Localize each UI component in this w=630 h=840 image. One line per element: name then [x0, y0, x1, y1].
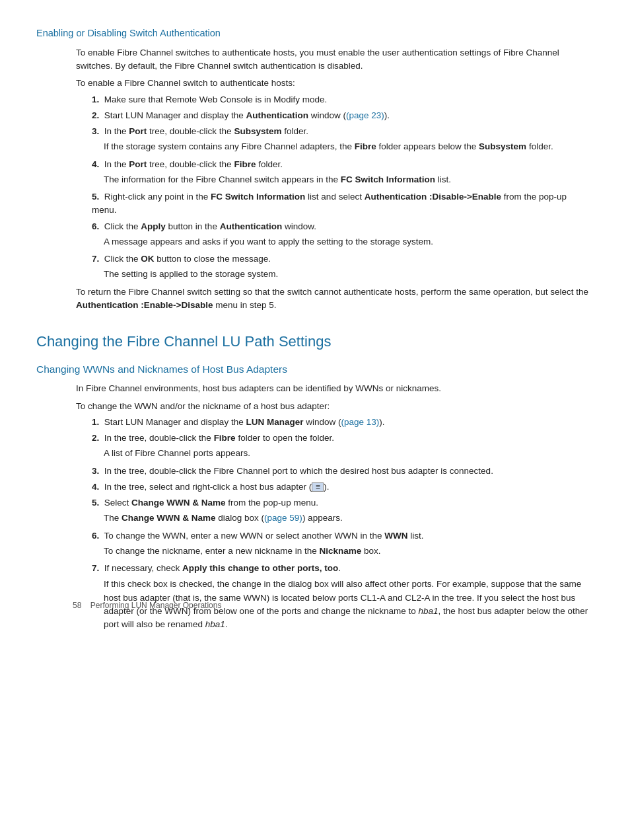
step-7: 7. Click the OK button to close the mess…	[89, 252, 594, 282]
page-content: Enabling or Disabling Switch Authenticat…	[36, 26, 594, 631]
step6-subnote: A message appears and asks if you want t…	[104, 235, 594, 248]
s2-step2-subnote: A list of Fibre Channel ports appears.	[104, 447, 594, 460]
s2-step3-text: In the tree, double-click the Fibre Chan…	[104, 466, 493, 476]
step3-text: In the Port tree, double-click the Subsy…	[104, 126, 308, 136]
s2-step3-num: 3.	[92, 466, 99, 476]
s2-step-7: 7. If necessary, check Apply this change…	[89, 562, 594, 631]
s2-step1-num: 1.	[92, 417, 99, 427]
s2-step-2: 2. In the tree, double-click the Fibre f…	[89, 432, 594, 461]
s2-step7-num: 7.	[92, 563, 99, 573]
step5-num: 5.	[92, 192, 99, 202]
step2-link[interactable]: (page 23)	[346, 110, 384, 120]
step1-num: 1.	[92, 95, 99, 104]
s2-step7-text: If necessary, check Apply this change to…	[104, 563, 341, 573]
s2-step5-text: Select Change WWN & Name from the pop-up…	[104, 498, 318, 508]
step-2: 2. Start LUN Manager and display the Aut…	[89, 109, 594, 122]
step7-num: 7.	[92, 254, 99, 264]
step1-text: Make sure that Remote Web Console is in …	[104, 95, 327, 104]
s2-step6-num: 6.	[92, 531, 99, 541]
step7-subnote: The setting is applied to the storage sy…	[104, 268, 594, 281]
step4-text: In the Port tree, double-click the Fibre…	[104, 159, 283, 169]
step-1: 1. Make sure that Remote Web Console is …	[89, 93, 594, 106]
step4-subnote: The information for the Fibre Channel sw…	[104, 173, 594, 186]
s2-step1-text: Start LUN Manager and display the LUN Ma…	[104, 417, 385, 427]
step6-num: 6.	[92, 221, 99, 231]
adapter-icon: ☰	[312, 482, 324, 492]
step6-text: Click the Apply button in the Authentica…	[104, 221, 316, 231]
step5-text: Right-click any point in the FC Switch I…	[92, 192, 567, 215]
step-6: 6. Click the Apply button in the Authent…	[89, 220, 594, 249]
section1-return-note: To return the Fibre Channel switch setti…	[76, 286, 594, 313]
s2-step6-subnote: To change the nickname, enter a new nick…	[104, 545, 594, 558]
footer-page-number: 58	[73, 601, 81, 610]
chapter-heading: Changing the Fibre Channel LU Path Setti…	[36, 330, 594, 352]
s2-step-1: 1. Start LUN Manager and display the LUN…	[89, 416, 594, 429]
s2-step6-text: To change the WWN, enter a new WWN or se…	[104, 531, 424, 541]
s2-step5-link[interactable]: (page 59)	[264, 513, 302, 523]
step-5: 5. Right-click any point in the FC Switc…	[89, 190, 594, 217]
footer-text: Performing LUN Manager Operations	[90, 601, 222, 610]
footer: 58 Performing LUN Manager Operations	[73, 599, 221, 611]
step-4: 4. In the Port tree, double-click the Fi…	[89, 158, 594, 187]
s2-step5-num: 5.	[92, 498, 99, 508]
section2-heading: Changing WWNs and Nicknames of Host Bus …	[36, 362, 594, 377]
step7-text: Click the OK button to close the message…	[104, 254, 271, 264]
section1-intro2: To enable a Fibre Channel switch to auth…	[76, 77, 594, 90]
step3-num: 3.	[92, 126, 99, 136]
s2-step-6: 6. To change the WWN, enter a new WWN or…	[89, 529, 594, 558]
s2-step5-subnote: The Change WWN & Name dialog box ((page …	[104, 512, 594, 525]
step3-subnote: If the storage system contains any Fibre…	[104, 140, 594, 153]
section2-intro2: To change the WWN and/or the nickname of…	[76, 400, 594, 413]
s2-step4-num: 4.	[92, 482, 99, 492]
s2-step1-link[interactable]: (page 13)	[341, 417, 379, 427]
section1-steps: 1. Make sure that Remote Web Console is …	[76, 93, 594, 282]
section2-intro1: In Fibre Channel environments, host bus …	[76, 382, 594, 395]
step4-num: 4.	[92, 159, 99, 169]
s2-step4-text: In the tree, select and right-click a ho…	[104, 482, 330, 492]
step-3: 3. In the Port tree, double-click the Su…	[89, 125, 594, 154]
step2-num: 2.	[92, 110, 99, 120]
s2-step2-num: 2.	[92, 433, 99, 443]
section1-intro1: To enable Fibre Channel switches to auth…	[76, 46, 594, 73]
s2-step-5: 5. Select Change WWN & Name from the pop…	[89, 496, 594, 525]
section1-heading: Enabling or Disabling Switch Authenticat…	[36, 26, 594, 41]
s2-step-3: 3. In the tree, double-click the Fibre C…	[89, 465, 594, 478]
s2-step2-text: In the tree, double-click the Fibre fold…	[104, 433, 334, 443]
s2-step-4: 4. In the tree, select and right-click a…	[89, 480, 594, 494]
step2-text: Start LUN Manager and display the Authen…	[104, 110, 390, 120]
